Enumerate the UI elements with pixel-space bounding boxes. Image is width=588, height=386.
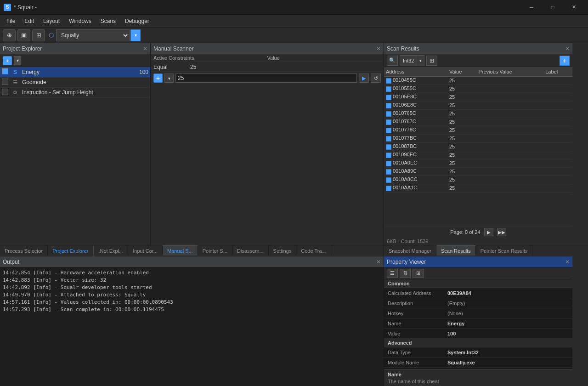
page-next-button[interactable]: ▶ <box>484 228 493 236</box>
property-content: Common Calculated Address 00E39A84 Descr… <box>384 279 572 369</box>
row-name: Instruction - Set Jump Height <box>20 87 131 97</box>
prop-desc-text: The name of this cheat <box>388 379 569 384</box>
row-checkbox[interactable] <box>2 79 8 85</box>
prop-description: Description (Empty) <box>384 298 572 308</box>
cell-label <box>543 176 572 184</box>
cell-value: 25 <box>447 76 476 85</box>
process-select-input[interactable]: Squally <box>56 29 130 41</box>
tab-snapshot-manager[interactable]: Snapshot Manager <box>384 245 436 255</box>
table-row[interactable]: 0010A0EC 25 <box>384 159 572 167</box>
cell-prev-value <box>476 176 543 184</box>
prop-grid-btn[interactable]: ⊞ <box>413 269 424 278</box>
save-project-button[interactable]: ⊞ <box>32 29 45 41</box>
menu-scans[interactable]: Scans <box>96 16 120 26</box>
tab-pointer-scanner[interactable]: Pointer S... <box>198 245 232 255</box>
table-row[interactable]: 0010455C 25 <box>384 76 572 85</box>
cell-prev-value <box>476 85 543 93</box>
tab-settings[interactable]: Settings <box>269 245 297 255</box>
manual-scanner-panel: Manual Scanner ✕ Active Constraints Valu… <box>151 43 384 245</box>
close-button[interactable]: ✕ <box>563 0 584 15</box>
table-row[interactable]: S Energy 100 <box>0 67 150 77</box>
tab-disassembler[interactable]: Disassem... <box>232 245 268 255</box>
scan-results-close[interactable]: ✕ <box>565 45 570 52</box>
cell-address: 0010765C <box>384 109 447 118</box>
scan-add-button[interactable]: + <box>153 74 163 83</box>
minimize-button[interactable]: ─ <box>521 0 542 15</box>
scan-results-panel: Scan Results ✕ 🔍 Int32 ▾ ⊞ + Address Val <box>384 43 572 245</box>
titlebar-left: S * Squalr - <box>4 4 37 11</box>
prop-sort-btn[interactable]: ⇅ <box>400 269 411 278</box>
cell-label <box>543 134 572 142</box>
cell-address: 001077BC <box>384 134 447 142</box>
tab-scan-results[interactable]: Scan Results <box>436 245 476 255</box>
table-row[interactable]: ☰ Godmode <box>0 77 150 87</box>
scan-value-input[interactable] <box>175 74 357 83</box>
table-row[interactable]: 0010555C 25 <box>384 85 572 93</box>
page-last-button[interactable]: ▶▶ <box>497 228 506 236</box>
row-name: Energy <box>20 67 131 77</box>
process-dropdown-button[interactable]: ▾ <box>130 29 141 41</box>
prop-description-value: (Empty) <box>444 301 572 306</box>
cell-address: 001087BC <box>384 142 447 151</box>
row-name: Godmode <box>20 77 131 87</box>
table-row[interactable]: 00106E8C 25 <box>384 101 572 109</box>
table-row[interactable]: 0010778C 25 <box>384 126 572 134</box>
table-row[interactable]: 001087BC 25 <box>384 142 572 151</box>
menu-layout[interactable]: Layout <box>39 16 64 26</box>
row-type-icon: ⚙ <box>13 90 17 95</box>
constraint-row: Equal 25 <box>151 62 384 72</box>
cell-address: 0010A0EC <box>384 159 447 167</box>
bottom-left-tabs: Process Selector Project Explorer .Net E… <box>0 245 384 256</box>
row-checkbox[interactable] <box>2 68 8 74</box>
prop-list-btn[interactable]: ☰ <box>387 269 398 278</box>
table-row[interactable]: ⚙ Instruction - Set Jump Height <box>0 87 150 97</box>
table-row[interactable]: 0010AA1C 25 <box>384 184 572 192</box>
table-row[interactable]: 0010765C 25 <box>384 109 572 118</box>
table-row[interactable]: 001090EC 25 <box>384 151 572 159</box>
output-close[interactable]: ✕ <box>376 259 381 265</box>
tab-process-selector[interactable]: Process Selector <box>0 245 48 255</box>
table-row[interactable]: 00105E8C 25 <box>384 93 572 101</box>
table-row[interactable]: 0010767C 25 <box>384 118 572 126</box>
prop-hotkey: Hotkey (None) <box>384 308 572 318</box>
prop-data-type-label: Data Type <box>384 350 444 355</box>
table-row[interactable]: 0010A89C 25 <box>384 167 572 176</box>
prop-value-label: Value <box>384 331 444 336</box>
tab-project-explorer[interactable]: Project Explorer <box>48 245 93 255</box>
cell-value: 25 <box>447 151 476 159</box>
scan-play-button[interactable]: ▶ <box>359 74 369 83</box>
cell-address: 0010A89C <box>384 167 447 176</box>
scan-dropdown-button[interactable]: ▾ <box>164 74 174 83</box>
scan-grid-button[interactable]: ⊞ <box>426 56 437 66</box>
scan-add-to-list-button[interactable]: + <box>560 56 570 66</box>
menu-edit[interactable]: Edit <box>20 16 39 26</box>
process-icon: ⬡ <box>49 32 54 39</box>
tab-pointer-scan-results[interactable]: Pointer Scan Results <box>476 245 533 255</box>
project-add-button[interactable]: + <box>3 56 12 65</box>
project-explorer-close[interactable]: ✕ <box>143 45 147 52</box>
scan-reset-button[interactable]: ↺ <box>371 74 381 83</box>
maximize-button[interactable]: □ <box>542 0 563 15</box>
table-row[interactable]: 001077BC 25 <box>384 134 572 142</box>
tab-manual-scanner[interactable]: Manual S... <box>163 245 198 255</box>
menu-debugger[interactable]: Debugger <box>120 16 154 26</box>
output-header: Output ✕ <box>0 256 384 267</box>
property-viewer-close[interactable]: ✕ <box>565 259 570 265</box>
add-cheat-button[interactable]: ⊕ <box>3 29 16 41</box>
col-prev-value: Previous Value <box>476 67 543 76</box>
menu-file[interactable]: File <box>2 16 20 26</box>
cell-label <box>543 109 572 118</box>
tab-net-explorer[interactable]: .Net Expl... <box>94 245 128 255</box>
tab-code-tracer[interactable]: Code Tra... <box>296 245 331 255</box>
open-project-button[interactable]: ▣ <box>17 29 30 41</box>
manual-scanner-close[interactable]: ✕ <box>376 45 381 52</box>
scan-results-btn1[interactable]: 🔍 <box>387 56 398 66</box>
row-checkbox[interactable] <box>2 89 8 95</box>
menu-windows[interactable]: Windows <box>64 16 96 26</box>
type-dropdown-button[interactable]: ▾ <box>417 56 424 66</box>
cell-label <box>543 142 572 151</box>
project-add-dropdown[interactable]: ▾ <box>14 56 21 65</box>
table-row[interactable]: 0010A8CC 25 <box>384 176 572 184</box>
tab-input-correlator[interactable]: Input Cor... <box>128 245 163 255</box>
scanner-empty-area <box>151 84 384 245</box>
